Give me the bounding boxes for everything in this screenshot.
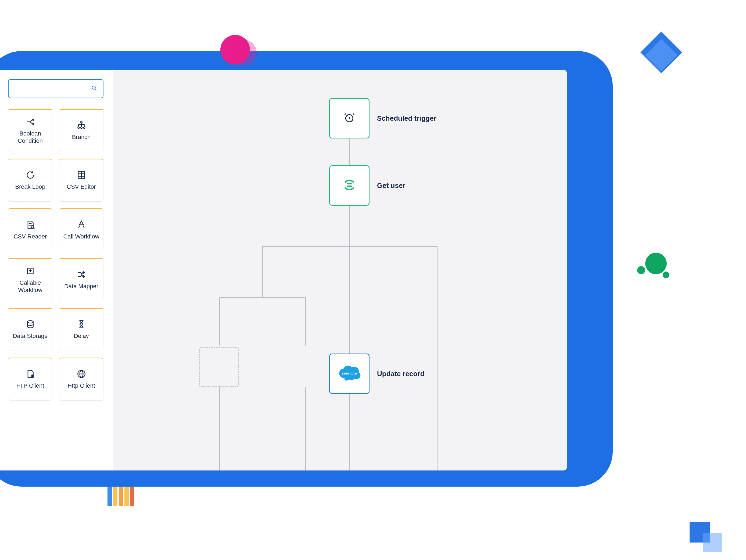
palette-tile-label: Branch: [72, 133, 91, 141]
palette-tile-label: Data Storage: [13, 332, 48, 340]
palette-tile-label: Boolean Condition: [10, 130, 50, 145]
workflow-canvas[interactable]: Scheduled trigger Get user salesforce Up…: [113, 70, 567, 471]
svg-point-0: [92, 86, 95, 89]
connector-line: [437, 246, 437, 284]
workflow-node-label: Update record: [377, 370, 424, 378]
palette-tile-break-loop[interactable]: Break Loop: [8, 159, 52, 202]
connector-line: [305, 387, 306, 471]
palette-tile-data-mapper[interactable]: Data Mapper: [59, 258, 104, 301]
search-input[interactable]: [8, 79, 104, 98]
connector-line: [349, 394, 350, 471]
ftp-client-icon: [26, 369, 35, 379]
delay-icon: [77, 319, 86, 329]
palette-tile-delay[interactable]: Delay: [59, 308, 104, 351]
connector-line: [219, 297, 305, 298]
svg-point-5: [78, 127, 79, 129]
workflow-node-label: Get user: [377, 181, 405, 190]
connector-line: [437, 284, 437, 354]
connector-line: [219, 297, 220, 345]
connector-line: [349, 284, 350, 354]
connector-line: [349, 246, 350, 284]
workflow-drop-zone[interactable]: [199, 347, 239, 387]
boolean-condition-icon: [26, 117, 35, 127]
palette-tile-csv-reader[interactable]: CSV Reader: [8, 208, 52, 251]
connector-line: [262, 284, 263, 297]
workflow-node-label: Scheduled trigger: [377, 114, 436, 122]
csv-editor-icon: [77, 170, 86, 180]
decorative-pink-circle: [220, 35, 250, 64]
workflow-node-get-user[interactable]: Get user: [329, 165, 370, 206]
break-loop-icon: [26, 170, 35, 180]
palette-tile-label: Callable Workflow: [10, 279, 50, 294]
palette-tile-call-workflow[interactable]: Call Workflow: [59, 208, 104, 251]
service-icon: [342, 177, 357, 194]
csv-reader-icon: [26, 220, 35, 230]
palette-tile-label: FTP Client: [17, 382, 44, 390]
data-storage-icon: [26, 319, 35, 329]
device-frame: Boolean Condition Branch Break Loop: [0, 51, 613, 486]
sidebar: Boolean Condition Branch Break Loop: [0, 70, 113, 471]
palette-tile-label: Data Mapper: [64, 283, 98, 290]
callable-workflow-icon: [26, 266, 35, 276]
call-workflow-icon: [77, 220, 86, 230]
palette-tile-label: Break Loop: [15, 183, 46, 191]
svg-point-17: [27, 321, 33, 323]
palette-tile-callable-workflow[interactable]: Callable Workflow: [8, 258, 52, 301]
search-icon: [91, 85, 97, 92]
connector-line: [262, 246, 263, 284]
http-client-icon: [77, 369, 86, 379]
data-mapper-icon: [77, 270, 86, 279]
palette-tile-branch[interactable]: Branch: [59, 109, 104, 152]
connector-line: [437, 354, 437, 471]
palette-tile-ftp-client[interactable]: FTP Client: [8, 358, 52, 400]
connector-line: [349, 206, 350, 235]
svg-point-7: [83, 127, 85, 129]
palette-tile-label: CSV Editor: [67, 183, 96, 191]
connector-line: [349, 138, 350, 165]
palette-tile-boolean-condition[interactable]: Boolean Condition: [8, 109, 52, 152]
svg-text:salesforce: salesforce: [342, 371, 357, 375]
salesforce-icon: salesforce: [337, 365, 362, 383]
svg-point-3: [32, 123, 34, 124]
connector-line: [305, 297, 306, 345]
palette-tile-label: CSV Reader: [14, 233, 47, 240]
svg-point-4: [81, 121, 82, 123]
svg-point-2: [32, 119, 34, 120]
svg-line-1: [95, 89, 96, 90]
palette-tile-label: Delay: [74, 332, 89, 340]
palette-tile-csv-editor[interactable]: CSV Editor: [59, 159, 104, 202]
workflow-node-scheduled-trigger[interactable]: Scheduled trigger: [329, 98, 370, 138]
palette-tile-label: Call Workflow: [63, 233, 99, 240]
palette-tile-label: Http Client: [67, 382, 95, 390]
palette-tile-data-storage[interactable]: Data Storage: [8, 308, 52, 351]
palette-tile-http-client[interactable]: Http Client: [59, 358, 104, 400]
decorative-diamond: [640, 31, 682, 74]
app-window: Boolean Condition Branch Break Loop: [0, 70, 567, 471]
workflow-node-update-record[interactable]: salesforce Update record: [329, 354, 370, 394]
svg-point-6: [81, 127, 82, 129]
connector-line: [349, 235, 350, 246]
component-palette: Boolean Condition Branch Break Loop: [8, 109, 104, 400]
connector-line: [219, 387, 220, 471]
branch-icon: [77, 120, 86, 130]
clock-icon: [343, 112, 355, 125]
